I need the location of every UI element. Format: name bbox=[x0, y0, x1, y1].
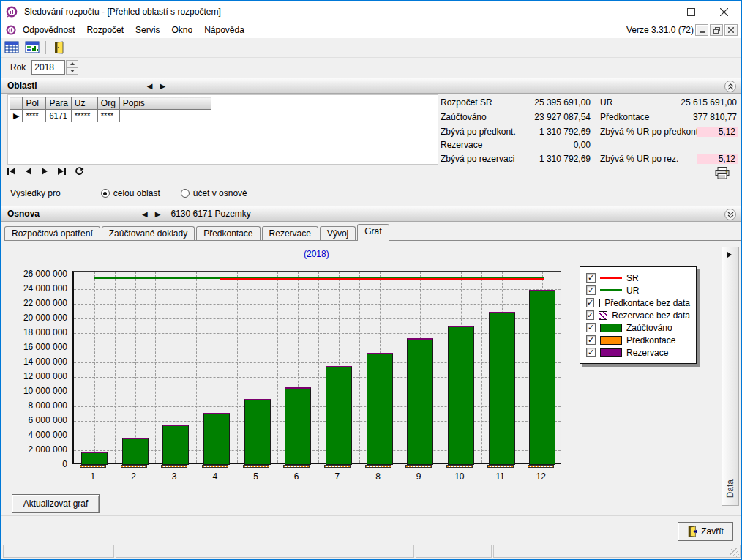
legend-checkbox[interactable]: ✓ bbox=[586, 273, 596, 283]
print-button[interactable] bbox=[715, 167, 730, 181]
mdi-minimize-button[interactable] bbox=[695, 24, 708, 36]
legend-label: Rezervace bez data bbox=[612, 310, 690, 321]
oblasti-next-icon[interactable]: ▶ bbox=[160, 82, 165, 90]
update-chart-button[interactable]: Aktualizovat graf bbox=[12, 494, 100, 513]
col-para[interactable]: Para bbox=[46, 97, 71, 110]
legend-checkbox[interactable]: ✓ bbox=[586, 335, 596, 345]
gridline bbox=[74, 377, 561, 378]
table-view-button[interactable] bbox=[1, 39, 22, 56]
refresh-button[interactable] bbox=[75, 167, 84, 176]
radio-account-in-outline[interactable] bbox=[181, 189, 190, 198]
minimize-button[interactable] bbox=[642, 1, 675, 22]
col-org[interactable]: Org bbox=[97, 97, 119, 110]
legend-label: Předkontace bbox=[626, 335, 675, 346]
legend-checkbox[interactable]: ✓ bbox=[586, 298, 594, 307]
menu-napoveda[interactable]: Nápověda bbox=[198, 23, 250, 37]
window-title: Sledování rozpočtu - [Přehled oblastí s … bbox=[24, 7, 221, 17]
status-panel-4 bbox=[493, 545, 741, 558]
legend-item: ✓Rezervace bez data bbox=[586, 309, 690, 321]
osnova-prev-icon[interactable]: ◀ bbox=[142, 210, 148, 218]
close-door-icon bbox=[687, 526, 697, 537]
year-spin-down[interactable] bbox=[66, 67, 78, 75]
tab-zauctovane-doklady[interactable]: Zaúčtované doklady bbox=[102, 226, 195, 241]
tab-rezervace[interactable]: Rezervace bbox=[262, 226, 318, 241]
y-axis-label: 26 000 000 bbox=[8, 269, 67, 279]
gridline bbox=[115, 272, 116, 463]
stat-value: 377 810,77 bbox=[656, 112, 737, 122]
oblasti-prev-icon[interactable]: ◀ bbox=[147, 82, 153, 90]
legend-checkbox[interactable]: ✓ bbox=[586, 323, 596, 332]
cell-org[interactable]: **** bbox=[97, 110, 119, 122]
year-spin-up[interactable] bbox=[66, 60, 78, 67]
menu-odpovednost[interactable]: Odpovědnost bbox=[17, 23, 80, 37]
stat-label: Rezervace bbox=[441, 140, 482, 150]
oblasti-collapse-button[interactable] bbox=[724, 81, 736, 92]
radio-account-label[interactable]: účet v osnově bbox=[193, 188, 247, 198]
data-panel-label: Data bbox=[725, 479, 735, 498]
gridline bbox=[359, 272, 360, 463]
resize-grip[interactable] bbox=[730, 548, 739, 557]
bar-foot-5 bbox=[243, 465, 269, 468]
exit-door-icon bbox=[53, 41, 65, 54]
last-record-button[interactable] bbox=[57, 168, 66, 175]
form-view-button[interactable] bbox=[22, 39, 42, 56]
menu-servis[interactable]: Servis bbox=[130, 23, 165, 37]
cell-uz[interactable]: ***** bbox=[71, 110, 97, 122]
tab-rozpoctova-opatreni[interactable]: Rozpočtová opatření bbox=[4, 226, 100, 241]
first-record-button[interactable] bbox=[7, 168, 16, 175]
tab-graf[interactable]: Graf bbox=[357, 224, 389, 241]
maximize-button[interactable] bbox=[675, 1, 708, 22]
gridline bbox=[155, 272, 156, 463]
bottom-strip: Zavřít bbox=[1, 515, 741, 542]
close-form-button[interactable]: Zavřít bbox=[678, 522, 733, 541]
stat-value: 25 615 691,00 bbox=[656, 97, 737, 108]
radio-whole-area-label[interactable]: celou oblast bbox=[113, 188, 160, 198]
prev-record-button[interactable] bbox=[25, 168, 32, 175]
oblasti-table[interactable]: Pol Para Uz Org Popis ▶ **** 6171 ***** … bbox=[10, 97, 211, 122]
legend-swatch bbox=[599, 299, 600, 307]
col-uz[interactable]: Uz bbox=[71, 97, 97, 110]
radio-whole-area[interactable] bbox=[101, 189, 110, 198]
legend-checkbox[interactable]: ✓ bbox=[586, 348, 596, 357]
bar-11 bbox=[489, 312, 515, 465]
mdi-restore-button[interactable] bbox=[710, 24, 723, 36]
y-axis-label: 12 000 000 bbox=[8, 371, 67, 381]
legend-checkbox[interactable]: ✓ bbox=[586, 310, 594, 320]
gridline bbox=[74, 333, 561, 334]
status-panel-3 bbox=[416, 545, 492, 558]
year-input[interactable] bbox=[31, 60, 65, 75]
osnova-collapse-button[interactable] bbox=[724, 209, 736, 220]
legend-item: ✓Rezervace bbox=[586, 346, 690, 359]
next-record-button[interactable] bbox=[41, 168, 48, 175]
chart-legend: ✓SR✓UR✓Předkontace bez data✓Rezervace be… bbox=[580, 266, 697, 364]
toolbar bbox=[1, 38, 741, 58]
legend-item: ✓Předkontace bez data bbox=[586, 296, 690, 309]
exit-button[interactable] bbox=[49, 39, 70, 56]
osnova-next-icon[interactable]: ▶ bbox=[155, 210, 161, 218]
cell-para[interactable]: 6171 bbox=[46, 110, 71, 122]
gridline bbox=[74, 362, 561, 363]
toolbar-separator bbox=[45, 41, 46, 54]
bar-12 bbox=[529, 290, 555, 465]
close-button[interactable] bbox=[708, 1, 741, 22]
col-popis[interactable]: Popis bbox=[119, 97, 211, 110]
menu-okno[interactable]: Okno bbox=[165, 23, 198, 37]
x-axis-label: 1 bbox=[82, 471, 104, 482]
tab-vyvoj[interactable]: Vývoj bbox=[320, 226, 356, 241]
mdi-close-button[interactable] bbox=[724, 24, 738, 36]
stat-label: Zbývá po předkont. bbox=[441, 127, 516, 137]
cell-popis[interactable] bbox=[119, 110, 211, 122]
legend-checkbox[interactable]: ✓ bbox=[586, 285, 596, 295]
col-pol[interactable]: Pol bbox=[23, 97, 46, 110]
data-side-panel[interactable]: Data bbox=[722, 247, 739, 506]
cell-pol[interactable]: **** bbox=[23, 110, 46, 122]
menu-rozpocet[interactable]: Rozpočet bbox=[80, 23, 130, 37]
x-axis-label: 6 bbox=[285, 471, 307, 482]
y-axis-label: 24 000 000 bbox=[8, 283, 67, 294]
chart-panel: (2018)02 000 0004 000 0006 000 0008 000 … bbox=[4, 240, 741, 515]
bar-foot-8 bbox=[365, 465, 391, 468]
tab-predkontace[interactable]: Předkontace bbox=[196, 226, 260, 241]
oblasti-table-area: Pol Para Uz Org Popis ▶ **** 6171 ***** … bbox=[7, 94, 438, 165]
table-row[interactable]: ▶ **** 6171 ***** **** bbox=[10, 110, 211, 122]
legend-label: Předkontace bez data bbox=[604, 298, 690, 308]
